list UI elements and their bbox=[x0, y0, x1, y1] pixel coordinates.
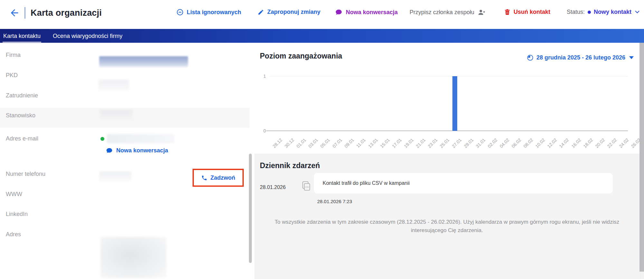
x-axis-tick-label: 17.01 bbox=[391, 137, 402, 149]
propose-changes-label: Zaproponuj zmiany bbox=[267, 9, 320, 15]
y-axis-tick-0: 0 bbox=[263, 128, 266, 133]
event-text: Kontakt trafił do pliku CSV w kampanii bbox=[323, 180, 410, 186]
event-log-title: Dziennik zdarzeń bbox=[260, 161, 320, 170]
firma-value-redacted bbox=[99, 56, 188, 67]
field-label-telefon: Numer telefonu bbox=[6, 171, 45, 177]
new-conversation-label: Nowa konwersacja bbox=[346, 9, 398, 16]
date-range-selector[interactable]: 28 grudnia 2025 - 26 lutego 2026 bbox=[527, 54, 634, 61]
status-dot-icon bbox=[588, 11, 591, 14]
x-axis-tick-label: 15.01 bbox=[379, 137, 391, 149]
x-axis-tick-label: 05.01 bbox=[319, 137, 331, 149]
x-axis-tick-label: 28.12 bbox=[271, 137, 283, 149]
pencil-icon bbox=[258, 9, 264, 15]
chat-bubble-icon bbox=[335, 9, 343, 16]
field-label-zatrudnienie: Zatrudnienie bbox=[6, 92, 38, 99]
new-conversation-link-label: Nowa konwersacja bbox=[116, 147, 168, 154]
chevron-down-icon bbox=[635, 11, 639, 14]
trash-icon bbox=[504, 9, 510, 15]
x-axis-tick-label: 03.01 bbox=[308, 137, 319, 149]
date-range-label: 28 grudnia 2025 - 26 lutego 2026 bbox=[536, 54, 625, 61]
assign-team-member-label: Przypisz członka zespołu bbox=[410, 9, 474, 16]
pkd-value-redacted bbox=[99, 80, 129, 91]
event-log-section: Dziennik zdarzeń 28.01.2026 CSV Kontakt … bbox=[254, 154, 639, 279]
field-label-firma: Firma bbox=[6, 52, 21, 59]
event-date: 28.01.2026 bbox=[260, 184, 286, 190]
event-timestamp: 28.01.2026 7:23 bbox=[317, 199, 352, 204]
tab-ocena-wiarygodnosci[interactable]: Ocena wiarygodności firmy bbox=[52, 30, 123, 42]
circle-minus-icon bbox=[176, 9, 184, 16]
x-axis-tick-label: 29.01 bbox=[463, 137, 474, 149]
left-panel-scrollbar[interactable] bbox=[249, 154, 252, 263]
status-label: Status: bbox=[567, 9, 585, 15]
x-axis-tick-label: 23.01 bbox=[427, 137, 439, 149]
status-value: Nowy kontakt bbox=[594, 9, 631, 15]
title-divider bbox=[24, 7, 25, 19]
email-value-redacted bbox=[107, 134, 175, 143]
x-axis-tick-label: 25.01 bbox=[439, 137, 450, 149]
x-axis-tick-label: 08.02 bbox=[522, 137, 534, 149]
x-axis-tick-label: 13.01 bbox=[367, 137, 379, 149]
x-axis-tick-label: 06.02 bbox=[510, 137, 522, 149]
x-axis-tick-label: 31.01 bbox=[475, 137, 486, 149]
delete-contact-button[interactable]: Usuń kontakt bbox=[504, 9, 550, 15]
x-axis-ticks: 28.1230.1201.0103.0105.0107.0109.0111.01… bbox=[270, 133, 628, 153]
field-label-email: Adres e-mail bbox=[6, 135, 38, 142]
x-axis-tick-label: 12.02 bbox=[546, 137, 558, 149]
page-scrollbar-thumb[interactable] bbox=[639, 43, 644, 272]
x-axis-tick-label: 09.01 bbox=[343, 137, 355, 149]
status-dropdown[interactable]: Status: Nowy kontakt bbox=[567, 9, 639, 15]
email-status-dot-icon bbox=[100, 137, 104, 141]
event-card: Kontakt trafił do pliku CSV w kampanii bbox=[314, 173, 613, 194]
header: Karta organizacji Lista ignorowanych Zap… bbox=[0, 0, 644, 29]
chat-bubble-icon bbox=[106, 147, 113, 154]
person-add-icon bbox=[478, 9, 486, 16]
x-axis-tick-label: 27.01 bbox=[451, 137, 462, 149]
svg-text:CSV: CSV bbox=[305, 186, 309, 188]
field-label-stanowisko: Stanowisko bbox=[6, 112, 35, 119]
delete-contact-label: Usuń kontakt bbox=[514, 9, 550, 15]
new-conversation-button[interactable]: Nowa konwersacja bbox=[335, 9, 398, 16]
engagement-bar bbox=[452, 76, 457, 131]
tab-karta-kontaktu[interactable]: Karta kontaktu bbox=[3, 30, 41, 42]
chart-plot bbox=[270, 76, 628, 131]
new-conversation-link[interactable]: Nowa konwersacja bbox=[106, 147, 168, 154]
x-axis-tick-label: 14.02 bbox=[558, 137, 570, 149]
field-label-pkd: PKD bbox=[6, 72, 18, 79]
ignored-list-label: Lista ignorowanych bbox=[187, 9, 241, 16]
x-axis-tick-label: 07.01 bbox=[331, 137, 343, 149]
adres-value-redacted bbox=[100, 237, 166, 278]
x-axis-tick-label: 01.01 bbox=[295, 137, 307, 149]
caret-down-icon bbox=[629, 56, 634, 59]
field-label-adres: Adres bbox=[6, 231, 21, 238]
propose-changes-button[interactable]: Zaproponuj zmiany bbox=[258, 9, 320, 15]
x-axis-tick-label: 19.01 bbox=[403, 137, 414, 149]
x-axis-tick-label: 11.01 bbox=[355, 137, 366, 148]
contact-card-panel: Firma PKD Zatrudnienie Stanowisko Adres … bbox=[0, 43, 254, 279]
page-title: Karta organizacji bbox=[31, 8, 102, 18]
clock-icon bbox=[527, 54, 534, 61]
back-arrow-icon[interactable] bbox=[9, 7, 20, 18]
engagement-title: Poziom zaangażowania bbox=[260, 52, 342, 60]
phone-value-redacted bbox=[99, 171, 131, 181]
x-axis-tick-label: 16.02 bbox=[570, 137, 582, 149]
y-axis-tick-1: 1 bbox=[263, 74, 266, 79]
assign-team-member-button[interactable]: Przypisz członka zespołu bbox=[410, 9, 486, 16]
x-axis-tick-label: 30.12 bbox=[283, 137, 295, 149]
call-button[interactable]: Zadzwoń bbox=[193, 169, 244, 187]
engagement-panel: Poziom zaangażowania 28 grudnia 2025 - 2… bbox=[254, 43, 639, 279]
x-axis-tick-label: 04.02 bbox=[498, 137, 510, 149]
x-axis-tick-label: 22.02 bbox=[606, 137, 618, 149]
field-label-linkedin: LinkedIn bbox=[6, 211, 28, 218]
field-label-www: WWW bbox=[6, 191, 22, 198]
stanowisko-value-redacted bbox=[100, 110, 133, 122]
ignored-list-button[interactable]: Lista ignorowanych bbox=[176, 9, 241, 16]
x-axis-tick-label: 10.02 bbox=[534, 137, 546, 149]
tab-bar: Karta kontaktu Ocena wiarygodności firmy bbox=[0, 29, 644, 43]
x-axis-tick-label: 20.02 bbox=[594, 137, 606, 149]
x-axis-tick-label: 18.02 bbox=[582, 137, 594, 149]
x-axis-line bbox=[266, 130, 628, 131]
csv-copy-icon[interactable]: CSV bbox=[301, 181, 311, 191]
call-button-label: Zadzwoń bbox=[211, 175, 235, 181]
phone-icon bbox=[201, 175, 207, 181]
gridline bbox=[270, 76, 628, 76]
